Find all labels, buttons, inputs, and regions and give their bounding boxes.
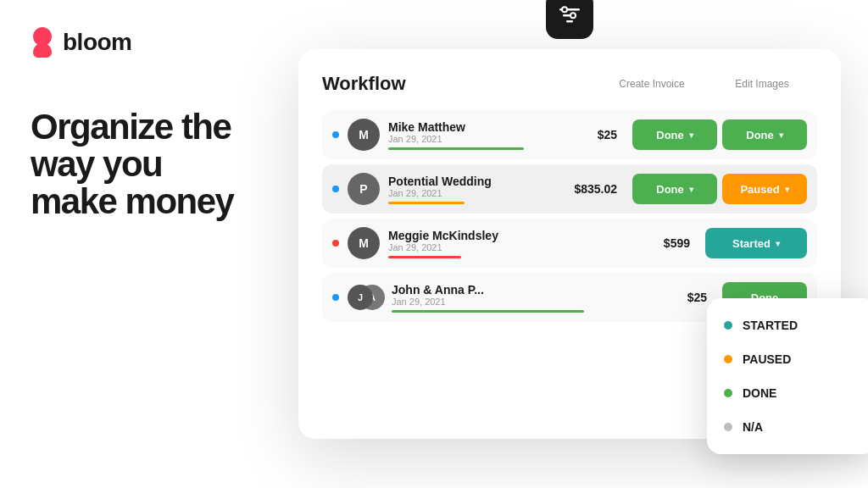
avatar-j: J xyxy=(348,285,373,310)
create-invoice-btn-row3[interactable]: Started ▾ xyxy=(705,228,807,258)
chevron-down-icon: ▾ xyxy=(689,130,693,140)
status-dot-2 xyxy=(332,186,339,192)
svg-rect-2 xyxy=(566,20,573,23)
avatar: M xyxy=(348,119,380,151)
col-label-edit-images: Edit Images xyxy=(707,78,817,90)
logo-area: bloom xyxy=(31,27,241,58)
row-actions: Done ▾ Done ▾ xyxy=(632,119,807,150)
workflow-rows: M Mike Matthew Jan 29, 2021 $25 Done ▾ xyxy=(322,110,817,322)
amount: $25 xyxy=(566,128,617,141)
filter-icon xyxy=(558,5,581,25)
amount: $835.02 xyxy=(566,182,617,196)
na-dot xyxy=(724,423,732,431)
contact-info: Potential Wedding Jan 29, 2021 xyxy=(388,175,558,204)
contact-date: Jan 29, 2021 xyxy=(388,188,558,198)
contact-date: Jan 29, 2021 xyxy=(388,134,558,144)
left-panel: bloom Organize the way you make money xyxy=(0,0,271,488)
done-dot xyxy=(724,389,732,397)
contact-name: Mike Matthew xyxy=(388,120,558,134)
dropdown-item-paused[interactable]: PAUSED xyxy=(707,342,868,376)
amount: $25 xyxy=(656,291,707,304)
filter-icon-float[interactable] xyxy=(546,0,593,39)
dropdown-item-na[interactable]: N/A xyxy=(707,410,868,444)
right-panel: Workflow Create Invoice Edit Images M Mi… xyxy=(271,0,868,488)
contact-name: John & Anna P... xyxy=(392,283,648,297)
dropdown-item-started[interactable]: STARTED xyxy=(707,308,868,342)
contact-date: Jan 29, 2021 xyxy=(388,242,631,252)
status-dot-3 xyxy=(332,240,339,247)
create-invoice-btn-row1[interactable]: Done ▾ xyxy=(632,119,717,150)
edit-images-btn-row2[interactable]: Paused ▾ xyxy=(722,174,807,204)
logo-text: bloom xyxy=(63,29,132,56)
row-actions: Started ▾ xyxy=(705,228,807,258)
col-label-create-invoice: Create Invoice xyxy=(597,78,707,90)
chevron-down-icon: ▾ xyxy=(776,239,780,248)
table-row: M Meggie McKindsley Jan 29, 2021 $599 St… xyxy=(322,219,817,268)
paused-dot xyxy=(724,355,732,363)
avatar-dual: J A xyxy=(348,281,383,313)
svg-point-4 xyxy=(570,13,576,18)
contact-info: John & Anna P... Jan 29, 2021 xyxy=(392,283,648,313)
contact-info: Meggie McKindsley Jan 29, 2021 xyxy=(388,229,631,258)
dropdown-item-done[interactable]: DONE xyxy=(707,376,868,410)
contact-name: Potential Wedding xyxy=(388,175,558,188)
table-row: M Mike Matthew Jan 29, 2021 $25 Done ▾ xyxy=(322,110,817,159)
avatar: M xyxy=(348,227,380,259)
chevron-down-icon: ▾ xyxy=(785,185,789,194)
chevron-down-icon: ▾ xyxy=(689,185,693,194)
svg-point-3 xyxy=(562,7,567,12)
started-dot xyxy=(724,321,732,330)
avatar: P xyxy=(348,173,380,205)
dropdown-popup: STARTED PAUSED DONE N/A xyxy=(707,298,868,454)
bloom-logo-icon xyxy=(31,27,54,58)
contact-name: Meggie McKindsley xyxy=(388,229,631,242)
workflow-title: Workflow xyxy=(322,73,597,95)
status-dot-4 xyxy=(332,294,339,301)
status-dot-1 xyxy=(332,131,339,138)
create-invoice-btn-row2[interactable]: Done ▾ xyxy=(632,174,717,204)
row-actions: Done ▾ Paused ▾ xyxy=(632,174,807,204)
tagline: Organize the way you make money xyxy=(31,108,241,220)
workflow-header: Workflow Create Invoice Edit Images xyxy=(322,73,817,95)
contact-info: Mike Matthew Jan 29, 2021 xyxy=(388,120,558,150)
chevron-down-icon: ▾ xyxy=(779,130,783,140)
column-labels: Create Invoice Edit Images xyxy=(597,78,817,90)
edit-images-btn-row1[interactable]: Done ▾ xyxy=(722,119,807,150)
amount: $599 xyxy=(639,236,690,250)
contact-date: Jan 29, 2021 xyxy=(392,297,648,307)
table-row: P Potential Wedding Jan 29, 2021 $835.02… xyxy=(322,164,817,214)
